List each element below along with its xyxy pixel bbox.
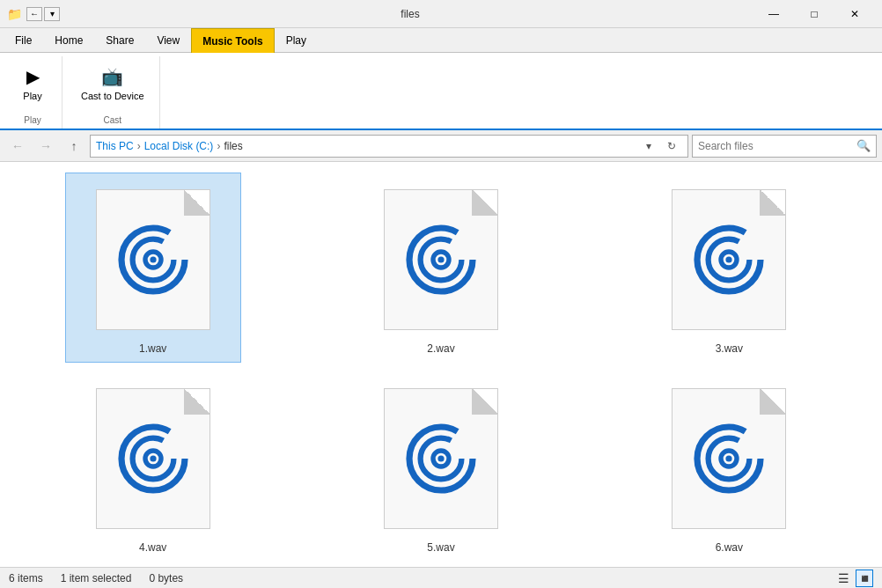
ribbon-tabs: File Home Share View Music Tools Play <box>0 28 882 53</box>
file-paper <box>96 388 210 529</box>
details-view-button[interactable]: ☰ <box>834 570 852 587</box>
file-item-5[interactable]: 5.wav <box>353 371 529 562</box>
file-item-2[interactable]: 2.wav <box>353 173 529 363</box>
toolbar: ← → ↑ This PC › Local Disk (C:) › files … <box>0 130 882 162</box>
ribbon-group-play-label: Play <box>24 115 40 127</box>
large-icons-view-button[interactable]: ◾ <box>856 570 873 587</box>
file-paper <box>384 388 498 529</box>
ribbon-play-button[interactable]: ▶ Play <box>11 58 55 106</box>
ribbon-group-cast-label: Cast <box>103 115 121 127</box>
tab-view[interactable]: View <box>145 27 191 52</box>
file-item-1[interactable]: 1.wav <box>65 173 241 363</box>
status-bar: 6 items 1 item selected 0 bytes ☰ ◾ <box>0 567 882 588</box>
ribbon-group-cast: 📺 Cast to Device Cast <box>66 56 160 129</box>
file-label: 4.wav <box>139 541 166 554</box>
window-controls: — □ ✕ <box>753 0 875 28</box>
title-bar: 📁 ← ▾ files — □ ✕ <box>0 0 882 28</box>
status-size: 0 bytes <box>149 572 183 584</box>
qa-back-btn[interactable]: ← <box>26 7 42 21</box>
svg-point-15 <box>150 455 156 461</box>
address-dropdown-button[interactable]: ▾ <box>638 136 659 157</box>
file-label: 5.wav <box>427 541 454 554</box>
window-title: files <box>67 8 753 20</box>
wav-icon <box>401 220 481 299</box>
quick-access-toolbar: ← ▾ <box>26 7 60 21</box>
file-paper <box>672 189 786 330</box>
ribbon-group-play: ▶ Play Play <box>4 56 62 129</box>
tab-home[interactable]: Home <box>43 27 94 52</box>
file-label: 3.wav <box>716 342 743 355</box>
back-button[interactable]: ← <box>5 134 30 158</box>
ribbon-content: ▶ Play Play 📺 Cast to Device Cast <box>0 53 882 130</box>
search-box[interactable]: 🔍 <box>692 135 877 158</box>
play-icon: ▶ <box>18 62 47 91</box>
status-view-controls: ☰ ◾ <box>834 570 873 587</box>
minimize-button[interactable]: — <box>753 0 794 28</box>
file-item-4[interactable]: 4.wav <box>65 371 241 562</box>
forward-button[interactable]: → <box>33 134 58 158</box>
status-count: 6 items <box>9 572 43 584</box>
search-input[interactable] <box>698 140 853 152</box>
svg-point-3 <box>150 256 156 262</box>
cast-label: Cast to Device <box>81 91 144 101</box>
wav-icon <box>114 220 193 299</box>
tab-file[interactable]: File <box>4 27 43 52</box>
status-selected: 1 item selected <box>61 572 132 584</box>
title-bar-icons: 📁 ← ▾ <box>7 7 60 21</box>
qa-down-btn[interactable]: ▾ <box>44 7 60 21</box>
wav-icon <box>689 419 768 498</box>
address-bar-controls: ▾ ↻ <box>638 136 682 157</box>
svg-point-19 <box>437 455 444 461</box>
file-paper <box>96 189 210 330</box>
file-icon-wrapper <box>375 379 507 538</box>
svg-point-11 <box>726 256 732 262</box>
file-area: 1.wav 2.wav <box>0 162 882 567</box>
cast-icon: 📺 <box>99 62 127 91</box>
breadcrumb-thispc[interactable]: This PC <box>96 140 134 152</box>
address-bar[interactable]: This PC › Local Disk (C:) › files ▾ ↻ <box>90 135 688 158</box>
file-icon-wrapper <box>663 379 795 538</box>
file-icon-wrapper <box>87 379 219 538</box>
refresh-button[interactable]: ↻ <box>661 136 682 157</box>
breadcrumb-current: files <box>224 140 242 152</box>
wav-icon <box>401 419 481 498</box>
svg-point-7 <box>437 256 444 262</box>
file-label: 1.wav <box>139 342 166 355</box>
file-item-3[interactable]: 3.wav <box>641 173 817 363</box>
app-icon: 📁 <box>7 7 21 21</box>
tab-share[interactable]: Share <box>94 27 145 52</box>
maximize-button[interactable]: □ <box>794 0 834 28</box>
file-icon-wrapper <box>87 180 219 339</box>
svg-point-23 <box>726 455 732 461</box>
wav-icon <box>114 419 193 498</box>
file-label: 6.wav <box>716 541 743 554</box>
play-label: Play <box>23 91 41 101</box>
file-paper <box>672 388 786 529</box>
file-paper <box>384 189 498 330</box>
file-icon-wrapper <box>663 180 795 339</box>
ribbon-cast-button[interactable]: 📺 Cast to Device <box>73 58 152 106</box>
close-button[interactable]: ✕ <box>834 0 875 28</box>
wav-icon <box>689 220 768 299</box>
breadcrumb-sep-1: › <box>137 140 141 152</box>
search-icon[interactable]: 🔍 <box>856 139 871 152</box>
file-label: 2.wav <box>427 342 454 355</box>
breadcrumb-localdisk[interactable]: Local Disk (C:) <box>144 140 214 152</box>
tab-musictools[interactable]: Music Tools <box>191 28 274 53</box>
file-item-6[interactable]: 6.wav <box>641 371 817 562</box>
tab-play[interactable]: Play <box>275 27 318 52</box>
breadcrumb-sep-2: › <box>217 140 220 152</box>
file-icon-wrapper <box>375 180 507 339</box>
up-button[interactable]: ↑ <box>62 134 86 158</box>
